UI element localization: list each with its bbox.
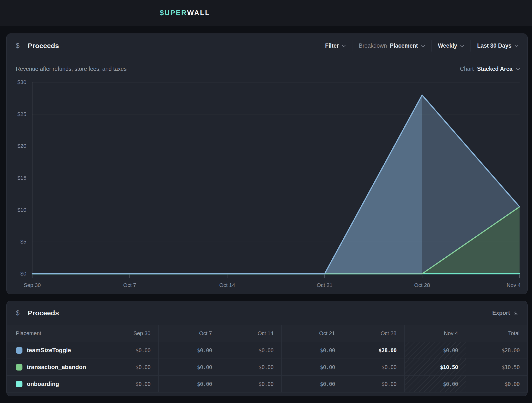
breakdown-dropdown[interactable]: Breakdown Placement bbox=[352, 42, 431, 49]
table-card-title: Proceeds bbox=[28, 309, 59, 317]
value-cell: $28.00 bbox=[343, 342, 404, 359]
column-header-oct-21: Oct 21 bbox=[281, 325, 343, 342]
value-cell: $10.50 bbox=[466, 359, 527, 376]
date-range-value: Last 30 Days bbox=[477, 42, 512, 49]
chart-type-value: Stacked Area bbox=[477, 66, 512, 72]
chart-card-title: Proceeds bbox=[28, 42, 59, 50]
value-cell: $0.00 bbox=[343, 376, 404, 392]
table-header-row: PlacementSep 30Oct 7Oct 14Oct 21Oct 28No… bbox=[7, 325, 527, 342]
y-axis-label: $0 bbox=[7, 270, 26, 277]
dollar-icon: $ bbox=[16, 309, 20, 317]
filter-label: Filter bbox=[325, 42, 339, 49]
chart-card-header: $ Proceeds Filter Breakdown Placement We… bbox=[7, 34, 527, 58]
value-cell: $0.00 bbox=[220, 376, 281, 392]
placement-name: transaction_abandon bbox=[27, 364, 86, 371]
chart-type-dropdown[interactable]: Chart Stacked Area bbox=[460, 66, 520, 72]
value-cell: $0.00 bbox=[466, 376, 527, 392]
value-cell: $0.00 bbox=[97, 376, 158, 392]
logo-dollar-part: $UPER bbox=[160, 9, 187, 17]
x-axis-label: Oct 14 bbox=[219, 282, 235, 289]
proceeds-table-card: $ Proceeds Export PlacementSep 30Oct 7Oc… bbox=[6, 301, 528, 396]
column-header-nov-4: Nov 4 bbox=[404, 325, 466, 342]
chevron-down-icon bbox=[514, 45, 519, 47]
chevron-down-icon bbox=[460, 45, 464, 47]
series-color-swatch bbox=[16, 381, 22, 387]
placement-name-cell: teamSizeToggle bbox=[7, 342, 97, 359]
column-header-oct-28: Oct 28 bbox=[343, 325, 404, 342]
value-cell: $0.00 bbox=[158, 342, 220, 359]
column-header-sep-30: Sep 30 bbox=[97, 325, 158, 342]
value-cell: $0.00 bbox=[343, 359, 404, 376]
chart-subtitle: Revenue after refunds, store fees, and t… bbox=[16, 66, 127, 72]
value-cell: $0.00 bbox=[281, 376, 343, 392]
proceeds-chart-card: $ Proceeds Filter Breakdown Placement We… bbox=[6, 33, 528, 294]
table-row-teamSizeToggle: teamSizeToggle$0.00$0.00$0.00$0.00$28.00… bbox=[7, 342, 527, 359]
value-cell: $0.00 bbox=[220, 342, 281, 359]
value-cell: $0.00 bbox=[97, 359, 158, 376]
superwall-logo[interactable]: $UPERWALL bbox=[160, 0, 210, 26]
export-button[interactable]: Export bbox=[492, 310, 518, 316]
date-range-dropdown[interactable]: Last 30 Days bbox=[471, 42, 520, 49]
chart-type-label: Chart bbox=[460, 66, 474, 72]
breakdown-value: Placement bbox=[390, 42, 418, 49]
stacked-area-plot[interactable] bbox=[32, 82, 520, 274]
table-row-onboarding: onboarding$0.00$0.00$0.00$0.00$0.00$0.00… bbox=[7, 376, 527, 392]
placement-name-cell: transaction_abandon bbox=[7, 359, 97, 376]
topbar: $UPERWALL bbox=[0, 0, 532, 26]
interval-dropdown[interactable]: Weekly bbox=[432, 42, 471, 49]
breakdown-label: Breakdown bbox=[359, 42, 387, 49]
page: $UPERWALL $ Proceeds Filter Breakdown Pl… bbox=[0, 0, 532, 403]
x-axis-label: Nov 4 bbox=[507, 282, 521, 289]
column-header-oct-7: Oct 7 bbox=[158, 325, 220, 342]
y-axis-label: $5 bbox=[7, 238, 26, 245]
export-label: Export bbox=[492, 310, 510, 316]
value-cell: $0.00 bbox=[158, 359, 220, 376]
placement-name: teamSizeToggle bbox=[27, 347, 71, 354]
dollar-icon: $ bbox=[16, 42, 20, 50]
value-cell: $0.00 bbox=[404, 342, 466, 359]
logo-wall-part: WALL bbox=[187, 9, 210, 17]
placement-name-cell: onboarding bbox=[7, 376, 97, 392]
filter-dropdown[interactable]: Filter bbox=[319, 42, 352, 49]
x-axis-label: Oct 21 bbox=[317, 282, 333, 289]
value-cell: $0.00 bbox=[281, 342, 343, 359]
table-row-transaction_abandon: transaction_abandon$0.00$0.00$0.00$0.00$… bbox=[7, 359, 527, 376]
value-cell: $0.00 bbox=[220, 359, 281, 376]
value-cell: $10.50 bbox=[404, 359, 466, 376]
value-cell: $0.00 bbox=[404, 376, 466, 392]
interval-value: Weekly bbox=[438, 42, 457, 49]
chevron-down-icon bbox=[516, 68, 520, 71]
placement-name: onboarding bbox=[27, 381, 59, 387]
chart-sub-row: Revenue after refunds, store fees, and t… bbox=[7, 61, 527, 77]
proceeds-table: PlacementSep 30Oct 7Oct 14Oct 21Oct 28No… bbox=[7, 325, 527, 392]
chevron-down-icon bbox=[421, 45, 425, 47]
column-header-total: Total bbox=[466, 325, 527, 342]
value-cell: $28.00 bbox=[466, 342, 527, 359]
value-cell: $0.00 bbox=[97, 342, 158, 359]
download-icon bbox=[513, 311, 518, 316]
value-cell: $0.00 bbox=[281, 359, 343, 376]
column-header-oct-14: Oct 14 bbox=[220, 325, 281, 342]
series-color-swatch bbox=[16, 364, 22, 371]
y-axis-label: $30 bbox=[7, 79, 26, 86]
chart-controls: Filter Breakdown Placement Weekly Last 3… bbox=[319, 34, 520, 58]
column-header-placement: Placement bbox=[7, 325, 97, 342]
series-color-swatch bbox=[16, 347, 22, 354]
x-axis-label: Oct 28 bbox=[414, 282, 430, 289]
value-cell: $0.00 bbox=[158, 376, 220, 392]
table-card-header: $ Proceeds Export bbox=[7, 301, 527, 325]
y-axis-label: $25 bbox=[7, 111, 26, 118]
y-axis-label: $15 bbox=[7, 175, 26, 181]
chevron-down-icon bbox=[342, 45, 346, 47]
x-axis-label: Oct 7 bbox=[123, 282, 136, 289]
x-axis-label: Sep 30 bbox=[24, 282, 41, 289]
y-axis-label: $10 bbox=[7, 207, 26, 213]
y-axis-label: $20 bbox=[7, 143, 26, 149]
